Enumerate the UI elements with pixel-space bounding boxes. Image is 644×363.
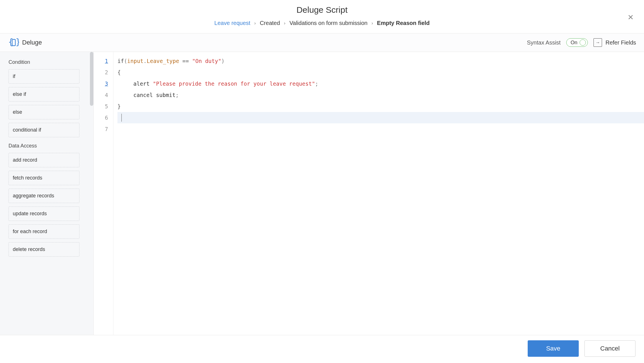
refer-fields-label: Refer Fields: [605, 39, 636, 46]
code-body[interactable]: if(input.Leave_type == "On duty") { aler…: [113, 52, 644, 335]
refer-fields-icon: →: [594, 38, 602, 47]
code-token: ==: [179, 58, 192, 64]
text-cursor-icon: [121, 114, 122, 122]
refer-fields-button[interactable]: → Refer Fields: [594, 38, 636, 47]
code-line[interactable]: if(input.Leave_type == "On duty"): [117, 55, 644, 67]
breadcrumb: Leave request › Created › Validations on…: [0, 17, 644, 33]
code-token: input: [127, 58, 143, 64]
snippet-fetch-records[interactable]: fetch records: [9, 171, 79, 185]
toggle-state-label: On: [571, 40, 577, 46]
code-token: }: [117, 103, 121, 109]
save-button[interactable]: Save: [528, 340, 579, 357]
category-title-data-access: Data Access: [9, 143, 88, 149]
modal-header: Deluge Script ✕: [0, 0, 644, 17]
page-title: Deluge Script: [0, 5, 644, 15]
code-token: .: [144, 58, 147, 64]
code-line[interactable]: cancel submit;: [117, 89, 644, 101]
code-editor[interactable]: 1 2 3 4 5 6 7 if(input.Leave_type == "On…: [94, 52, 644, 335]
toggle-knob-icon: [580, 39, 586, 46]
code-line[interactable]: [117, 123, 644, 135]
code-token: "Please provide the reason for your leav…: [153, 81, 315, 87]
code-token: "On duty": [192, 58, 221, 64]
snippet-aggregate-records[interactable]: aggregate records: [9, 189, 79, 203]
editor-toolbar: { } Deluge Syntax Assist On → Refer Fiel…: [0, 33, 644, 52]
line-number-gutter: 1 2 3 4 5 6 7: [94, 52, 113, 335]
code-token: ): [221, 58, 224, 64]
close-icon[interactable]: ✕: [628, 14, 634, 21]
code-token: ;: [176, 92, 179, 98]
code-token: if: [117, 58, 124, 64]
code-line[interactable]: {: [117, 67, 644, 78]
code-token: ;: [315, 81, 318, 87]
snippet-else-if[interactable]: else if: [9, 87, 79, 102]
breadcrumb-item-created: Created: [260, 20, 280, 26]
brand: { } Deluge: [8, 37, 42, 48]
syntax-assist-label: Syntax Assist: [527, 39, 561, 46]
breadcrumb-item-validations: Validations on form submission: [289, 20, 367, 26]
brand-name: Deluge: [22, 39, 42, 46]
cancel-button[interactable]: Cancel: [584, 340, 635, 357]
footer: Save Cancel: [0, 335, 644, 362]
deluge-logo-icon: { }: [8, 37, 19, 48]
snippet-for-each-record[interactable]: for each record: [9, 224, 79, 239]
line-number: 2: [94, 67, 108, 78]
breadcrumb-item-leave-request[interactable]: Leave request: [214, 20, 251, 26]
code-line[interactable]: }: [117, 101, 644, 112]
code-token: (: [124, 58, 127, 64]
code-token: Leave_type: [147, 58, 179, 64]
snippet-add-record[interactable]: add record: [9, 153, 79, 167]
snippet-if[interactable]: if: [9, 69, 79, 84]
chevron-right-icon: ›: [254, 21, 256, 26]
syntax-assist-toggle[interactable]: On: [566, 38, 588, 47]
snippet-delete-records[interactable]: delete records: [9, 242, 79, 257]
svg-text:}: }: [16, 37, 19, 47]
line-number: 5: [94, 101, 108, 112]
category-title-condition: Condition: [9, 59, 88, 65]
line-number[interactable]: 1: [94, 55, 108, 67]
code-token: {: [117, 69, 121, 75]
main-area: Condition if else if else conditional if…: [0, 52, 644, 335]
code-line-active[interactable]: [117, 112, 644, 123]
line-number: 7: [94, 123, 108, 135]
snippet-conditional-if[interactable]: conditional if: [9, 123, 79, 137]
chevron-right-icon: ›: [371, 21, 373, 26]
code-token: cancel submit: [133, 92, 176, 98]
line-number: 4: [94, 89, 108, 101]
snippet-update-records[interactable]: update records: [9, 206, 79, 221]
snippet-else[interactable]: else: [9, 105, 79, 119]
code-line[interactable]: alert "Please provide the reason for you…: [117, 78, 644, 89]
snippet-sidebar[interactable]: Condition if else if else conditional if…: [0, 52, 94, 335]
chevron-right-icon: ›: [284, 21, 285, 26]
line-number[interactable]: 3: [94, 78, 108, 89]
code-token: alert: [133, 81, 153, 87]
line-number: 6: [94, 112, 108, 123]
breadcrumb-item-empty-reason: Empty Reason field: [377, 20, 430, 26]
